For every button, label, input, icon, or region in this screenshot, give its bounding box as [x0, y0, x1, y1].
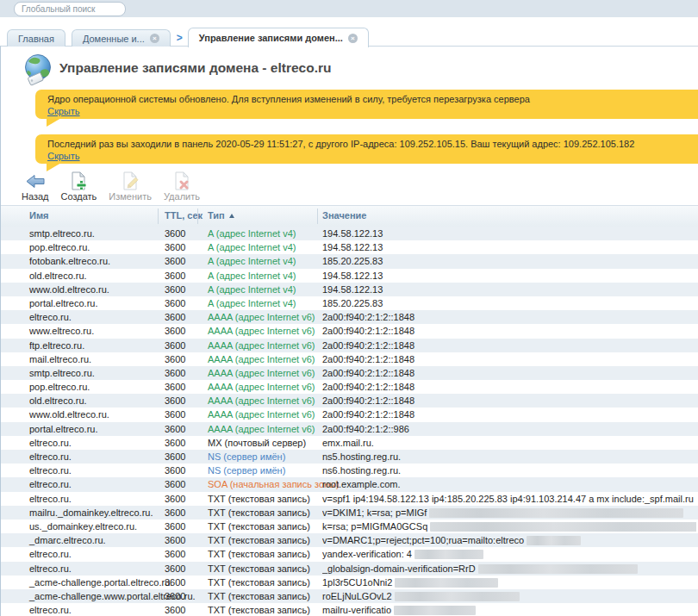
table-header: Имя TTL, сек Тип Значение: [1, 205, 698, 227]
record-name: smtp.eltreco.ru.: [29, 227, 95, 240]
record-type: AAAA (адрес Internet v6): [208, 366, 315, 380]
record-value: 194.58.122.13: [322, 269, 696, 283]
table-row[interactable]: old.eltreco.ru. 3600 A (адрес Internet v…: [1, 269, 698, 283]
record-value: 2a00:f940:2:1:2::1848: [322, 310, 696, 324]
table-row[interactable]: www.eltreco.ru. 3600 AAAA (адрес Interne…: [1, 324, 698, 338]
hide-link[interactable]: Скрыть: [47, 151, 80, 162]
table-row[interactable]: eltreco.ru. 3600 SOA (начальная запись з…: [1, 477, 698, 491]
table-row[interactable]: us._domainkey.eltreco.ru. 3600 TXT (текс…: [1, 520, 698, 533]
table-row[interactable]: _dmarc.eltreco.ru. 3600 TXT (текстовая з…: [1, 533, 698, 547]
record-value: 194.58.122.13: [322, 227, 696, 240]
close-icon[interactable]: ×: [348, 34, 358, 43]
delete-button[interactable]: Удалить: [164, 171, 200, 202]
table-row[interactable]: portal.eltreco.ru. 3600 A (адрес Interne…: [1, 296, 698, 310]
table-row[interactable]: eltreco.ru. 3600 NS (сервер имён) ns5.ho…: [1, 450, 698, 464]
create-button[interactable]: Создать: [61, 171, 97, 202]
record-ttl: 3600: [165, 254, 185, 268]
record-value: 194.58.122.13: [322, 283, 696, 296]
table-row[interactable]: ftp.eltreco.ru. 3600 AAAA (адрес Interne…: [1, 339, 698, 352]
table-row[interactable]: portal.eltreco.ru. 3600 AAAA (адрес Inte…: [1, 422, 698, 436]
tab-home[interactable]: Главная: [7, 29, 65, 47]
hide-link[interactable]: Скрыть: [47, 106, 80, 117]
record-ttl: 3600: [165, 492, 185, 506]
table-row[interactable]: old.eltreco.ru. 3600 AAAA (адрес Interne…: [1, 394, 698, 408]
record-name: portal.eltreco.ru.: [29, 296, 97, 310]
column-header-type-label: Тип: [208, 210, 225, 221]
table-row[interactable]: eltreco.ru. 3600 AAAA (адрес Internet v6…: [1, 310, 698, 324]
tab-bar: Главная Доменные и... × > Управление зап…: [0, 27, 698, 47]
tab-domains[interactable]: Доменные и... ×: [72, 29, 171, 47]
table-row[interactable]: eltreco.ru. 3600 TXT (текстовая запись) …: [1, 547, 698, 561]
table-row[interactable]: eltreco.ru. 3600 TXT (текстовая запись) …: [1, 603, 698, 616]
table-row[interactable]: eltreco.ru. 3600 TXT (текстовая запись) …: [1, 562, 698, 576]
record-ttl: 3600: [165, 477, 185, 491]
record-type: A (адрес Internet v4): [208, 254, 296, 268]
back-arrow-icon: [25, 171, 46, 190]
column-header-name[interactable]: Имя: [29, 210, 48, 221]
tab-domain-records[interactable]: Управление записями домен... ×: [188, 28, 369, 47]
record-name: www.old.eltreco.ru.: [29, 408, 109, 421]
record-value: 185.20.225.83: [322, 254, 696, 268]
redacted-value-block: [394, 606, 476, 615]
record-name: pop.eltreco.ru.: [29, 380, 90, 394]
record-type: TXT (текстовая запись): [208, 589, 310, 603]
table-row[interactable]: fotobank.eltreco.ru. 3600 A (адрес Inter…: [1, 254, 698, 268]
record-value: 2a00:f940:2:1:2::1848: [322, 366, 696, 380]
table-row[interactable]: smtp.eltreco.ru. 3600 A (адрес Internet …: [1, 227, 698, 240]
table-row[interactable]: pop.eltreco.ru. 3600 A (адрес Internet v…: [1, 240, 698, 254]
record-ttl: 3600: [165, 296, 185, 310]
redacted-value-block: [527, 536, 581, 545]
table-row[interactable]: www.old.eltreco.ru. 3600 AAAA (адрес Int…: [1, 408, 698, 421]
table-row[interactable]: eltreco.ru. 3600 MX (почтовый сервер) em…: [1, 436, 698, 450]
redacted-value-block: [414, 550, 483, 559]
record-type: A (адрес Internet v4): [208, 283, 296, 296]
record-type: TXT (текстовая запись): [208, 576, 310, 589]
table-row[interactable]: eltreco.ru. 3600 TXT (текстовая запись) …: [1, 492, 698, 506]
record-value: v=DMARC1;p=reject;pct=100;rua=mailto:elt…: [322, 533, 696, 547]
record-name: eltreco.ru.: [29, 562, 72, 576]
column-divider: [317, 208, 318, 224]
record-name: eltreco.ru.: [29, 477, 72, 491]
record-ttl: 3600: [165, 520, 185, 533]
record-name: eltreco.ru.: [29, 436, 72, 450]
redacted-value-block: [429, 508, 683, 518]
table-row[interactable]: mailru._domainkey.eltreco.ru. 3600 TXT (…: [1, 506, 698, 520]
table-row[interactable]: _acme-challenge.portal.eltreco.ru. 3600 …: [1, 576, 698, 589]
redacted-value-block: [478, 564, 638, 574]
table-row[interactable]: pop.eltreco.ru. 3600 AAAA (адрес Interne…: [1, 380, 698, 394]
column-divider: [197, 208, 198, 224]
record-value: emx.mail.ru.: [322, 436, 696, 450]
record-value: 2a00:f940:2:1:2::1848: [322, 352, 696, 366]
record-name: eltreco.ru.: [29, 464, 72, 477]
record-name: eltreco.ru.: [29, 450, 72, 464]
column-header-type[interactable]: Тип: [208, 210, 234, 221]
record-name: eltreco.ru.: [29, 310, 72, 324]
create-record-icon: [69, 171, 88, 190]
table-row[interactable]: mail.eltreco.ru. 3600 AAAA (адрес Intern…: [1, 352, 698, 366]
global-search-input[interactable]: [14, 2, 126, 16]
record-ttl: 3600: [165, 450, 185, 464]
record-ttl: 3600: [165, 408, 185, 421]
close-icon[interactable]: ×: [150, 34, 159, 43]
back-button[interactable]: Назад: [22, 171, 49, 202]
table-row[interactable]: eltreco.ru. 3600 NS (сервер имён) ns6.ho…: [1, 464, 698, 477]
table-row[interactable]: www.old.eltreco.ru. 3600 A (адрес Intern…: [1, 283, 698, 296]
record-type: TXT (текстовая запись): [208, 506, 310, 520]
record-type: AAAA (адрес Internet v6): [208, 352, 315, 366]
record-ttl: 3600: [165, 464, 185, 477]
table-row[interactable]: smtp.eltreco.ru. 3600 AAAA (адрес Intern…: [1, 366, 698, 380]
dns-records-table: smtp.eltreco.ru. 3600 A (адрес Internet …: [1, 227, 698, 616]
record-type: TXT (текстовая запись): [208, 603, 310, 616]
edit-button[interactable]: Изменить: [109, 171, 152, 202]
record-ttl: 3600: [165, 576, 185, 589]
tab-label: Доменные и...: [83, 34, 145, 44]
record-value: roELjNuLGOvL2: [322, 589, 696, 603]
column-header-value[interactable]: Значение: [322, 210, 366, 221]
record-type: NS (сервер имён): [208, 464, 285, 477]
record-name: portal.eltreco.ru.: [29, 422, 97, 436]
record-ttl: 3600: [165, 283, 185, 296]
record-ttl: 3600: [165, 240, 185, 254]
record-value: 2a00:f940:2:1:2::1848: [322, 324, 696, 338]
table-row[interactable]: _acme-challenge.www.portal.eltreco.ru. 3…: [1, 589, 698, 603]
tab-scroll-arrow-icon[interactable]: >: [177, 32, 183, 44]
